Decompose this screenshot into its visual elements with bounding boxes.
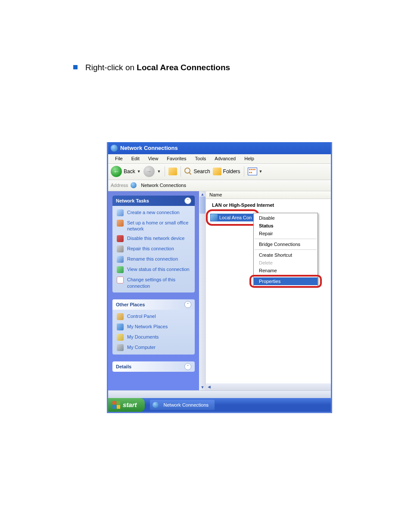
local-area-connection-item[interactable]: Local Area Con [210, 214, 253, 221]
column-header-name[interactable]: Name [206, 191, 331, 199]
folder-icon [213, 168, 221, 175]
task-rename-connection[interactable]: Rename this connection [117, 256, 190, 263]
windows-logo-icon [112, 401, 120, 409]
ctx-repair[interactable]: Repair [254, 230, 318, 237]
menu-view[interactable]: View [144, 156, 163, 161]
scroll-thumb[interactable] [199, 196, 206, 214]
menu-edit[interactable]: Edit [127, 156, 144, 161]
task-change-settings[interactable]: Change settings of this connection [117, 277, 190, 289]
ctx-rename[interactable]: Rename [254, 267, 318, 274]
scroll-left-icon[interactable]: ◀ [206, 385, 212, 389]
statusbar [108, 390, 331, 398]
sidebar: Network Tasks ˆ Create a new connection … [108, 191, 199, 390]
app-icon [153, 402, 159, 408]
titlebar[interactable]: Network Connections [108, 142, 331, 154]
ctx-status[interactable]: Status [254, 222, 318, 230]
bullet-icon [73, 65, 78, 69]
panel-header-details[interactable]: Details ˆ [112, 361, 195, 372]
taskbar: start Network Connections [108, 398, 331, 412]
taskbar-item-network-connections[interactable]: Network Connections [150, 400, 215, 410]
chevron-down-icon: ▼ [259, 169, 263, 174]
task-setup-network[interactable]: Set up a home or small office network [117, 220, 190, 232]
collapse-icon[interactable]: ˆ [184, 363, 191, 370]
separator [255, 239, 317, 239]
addressbar: Address Network Connections [108, 180, 331, 191]
location-icon [131, 182, 137, 188]
views-button[interactable]: ▼ [248, 168, 263, 175]
place-control-panel[interactable]: Control Panel [117, 313, 190, 320]
task-view-status[interactable]: View status of this connection [117, 266, 190, 273]
ctx-bridge[interactable]: Bridge Connections [254, 240, 318, 248]
place-network-places[interactable]: My Network Places [117, 324, 190, 330]
vertical-scrollbar[interactable]: ▲ ▼ [199, 191, 206, 390]
up-folder-button[interactable] [168, 168, 177, 175]
separator [255, 276, 317, 276]
other-places-panel: Other Places ˆ Control Panel My Network … [112, 299, 195, 355]
address-label: Address [111, 183, 128, 188]
search-button[interactable]: Search [184, 168, 210, 175]
menubar: File Edit View Favorites Tools Advanced … [108, 154, 331, 164]
ctx-shortcut[interactable]: Create Shortcut [254, 251, 318, 259]
menu-file[interactable]: File [111, 156, 127, 161]
collapse-icon[interactable]: ˆ [184, 301, 191, 308]
horizontal-scrollbar[interactable]: ◀ [206, 383, 331, 390]
network-tasks-panel: Network Tasks ˆ Create a new connection … [112, 196, 195, 292]
menu-favorites[interactable]: Favorites [162, 156, 190, 161]
ctx-properties[interactable]: Properties [254, 277, 318, 285]
place-my-documents[interactable]: My Documents [117, 334, 190, 341]
ctx-disable[interactable]: Disable [254, 214, 318, 222]
scroll-up-icon[interactable]: ▲ [201, 192, 205, 196]
start-button[interactable]: start [108, 398, 145, 412]
folders-button[interactable]: Folders [213, 168, 240, 175]
content-pane: ▲ ▼ Name LAN or High-Speed Internet Loca… [199, 191, 331, 390]
menu-help[interactable]: Help [240, 156, 258, 161]
scroll-down-icon[interactable]: ▼ [201, 385, 205, 389]
task-repair-connection[interactable]: Repair this connection [117, 246, 190, 252]
chevron-down-icon[interactable]: ▼ [137, 169, 141, 174]
search-icon [184, 168, 192, 175]
address-field[interactable]: Network Connections [131, 182, 186, 188]
window: Network Connections File Edit View Favor… [107, 142, 332, 413]
ctx-delete: Delete [254, 259, 318, 267]
panel-header-places[interactable]: Other Places ˆ [112, 299, 195, 310]
place-my-computer[interactable]: My Computer [117, 344, 190, 351]
details-panel: Details ˆ [112, 361, 195, 372]
separator [255, 249, 317, 250]
window-title: Network Connections [120, 145, 178, 151]
instruction-text: Right-click on Local Area Connections [85, 62, 230, 73]
menu-advanced[interactable]: Advanced [210, 156, 240, 161]
toolbar: ← Back ▼ → ▼ Search Folders ▼ [108, 164, 331, 180]
back-arrow-icon: ← [111, 166, 122, 177]
highlight-annotation [206, 209, 259, 226]
group-header: LAN or High-Speed Internet [206, 199, 331, 209]
menu-tools[interactable]: Tools [191, 156, 211, 161]
task-create-connection[interactable]: Create a new connection [117, 209, 190, 216]
collapse-icon[interactable]: ˆ [184, 197, 191, 204]
panel-header-tasks[interactable]: Network Tasks ˆ [112, 196, 195, 206]
chevron-down-icon[interactable]: ▼ [157, 169, 161, 174]
app-icon [111, 145, 118, 152]
back-button[interactable]: ← Back ▼ [111, 166, 141, 177]
forward-button[interactable]: → [143, 166, 155, 177]
context-menu: Disable Status Repair Bridge Connections… [253, 213, 318, 286]
task-disable-device[interactable]: Disable this network device [117, 235, 190, 242]
